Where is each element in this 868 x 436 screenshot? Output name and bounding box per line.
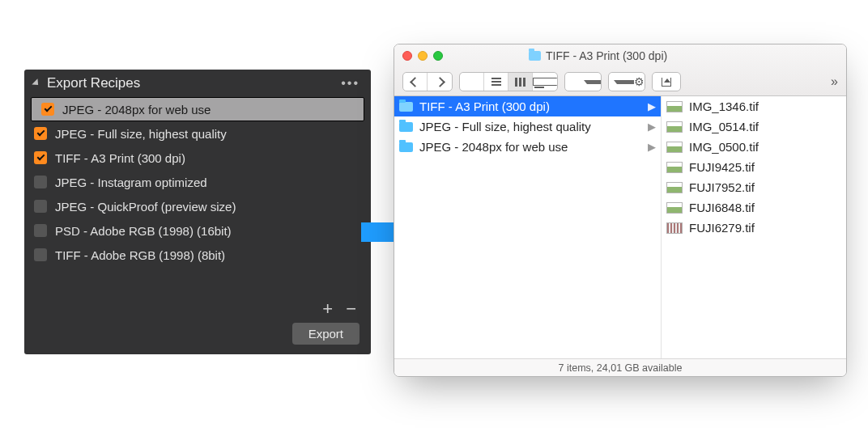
file-column: IMG_1346.tifIMG_0514.tifIMG_0500.tifFUJI…	[662, 96, 846, 358]
panel-header[interactable]: Export Recipes •••	[24, 70, 371, 97]
recipe-label: JPEG - 2048px for web use	[62, 103, 211, 116]
file-row[interactable]: IMG_0514.tif	[662, 116, 846, 137]
folder-name: JPEG - 2048px for web use	[419, 140, 568, 154]
recipe-label: JPEG - Instagram optimized	[55, 176, 207, 189]
title-folder-icon	[529, 51, 541, 61]
recipe-label: PSD - Adobe RGB (1998) (16bit)	[55, 224, 232, 238]
recipe-row[interactable]: JPEG - QuickProof (preview size)	[24, 194, 371, 218]
finder-window: TIFF - A3 Print (300 dpi) »	[394, 44, 847, 377]
maximize-window-icon[interactable]	[433, 51, 443, 61]
file-name: FUJI6279.tif	[689, 221, 755, 235]
folder-row[interactable]: JPEG - Full size, highest quality▶	[394, 116, 661, 137]
column-view-button[interactable]	[508, 73, 533, 91]
file-row[interactable]: IMG_1346.tif	[662, 96, 846, 116]
recipe-label: TIFF - A3 Print (300 dpi)	[55, 151, 185, 165]
view-mode-buttons	[459, 72, 558, 91]
recipe-label: JPEG - QuickProof (preview size)	[55, 200, 236, 214]
window-title: TIFF - A3 Print (300 dpi)	[546, 49, 667, 62]
export-button[interactable]: Export	[292, 323, 360, 345]
disclosure-arrow-icon: ▶	[648, 100, 656, 112]
toolbar-overflow-icon[interactable]: »	[831, 74, 838, 89]
recipe-list: JPEG - 2048px for web useJPEG - Full siz…	[24, 97, 371, 267]
recipe-checkbox[interactable]	[41, 103, 54, 116]
forward-button[interactable]	[428, 73, 452, 91]
recipe-checkbox[interactable]	[34, 248, 47, 261]
file-name: FUJI9425.tif	[689, 160, 755, 174]
close-window-icon[interactable]	[402, 51, 412, 61]
share-button[interactable]	[652, 72, 681, 91]
file-name: IMG_0514.tif	[689, 120, 759, 133]
icon-view-button[interactable]	[460, 73, 484, 91]
recipe-checkbox[interactable]	[34, 224, 47, 237]
recipe-row[interactable]: TIFF - Adobe RGB (1998) (8bit)	[24, 243, 371, 267]
folder-icon	[399, 102, 413, 112]
folder-column: TIFF - A3 Print (300 dpi)▶JPEG - Full si…	[394, 96, 662, 358]
file-thumbnail-icon	[666, 162, 683, 173]
recipe-checkbox[interactable]	[34, 176, 47, 188]
status-bar: 7 items, 24,01 GB available	[394, 358, 846, 376]
file-thumbnail-icon	[666, 142, 683, 153]
file-row[interactable]: FUJI6848.tif	[662, 197, 846, 218]
recipe-row[interactable]: JPEG - Instagram optimized	[24, 170, 371, 194]
folder-icon	[399, 142, 413, 152]
folder-icon	[399, 122, 413, 132]
file-name: IMG_0500.tif	[689, 140, 759, 154]
folder-row[interactable]: JPEG - 2048px for web use▶	[394, 137, 661, 157]
more-options-icon[interactable]: •••	[341, 76, 360, 91]
file-name: FUJI6848.tif	[689, 201, 755, 214]
recipe-checkbox[interactable]	[34, 127, 47, 140]
file-thumbnail-icon	[666, 222, 683, 234]
recipe-row[interactable]: JPEG - 2048px for web use	[31, 97, 364, 121]
file-thumbnail-icon	[666, 202, 683, 214]
add-recipe-button[interactable]: +	[322, 303, 333, 315]
gallery-view-button[interactable]	[533, 73, 557, 91]
file-thumbnail-icon	[666, 182, 683, 193]
file-name: FUJI7952.tif	[689, 180, 755, 194]
file-row[interactable]: IMG_0500.tif	[662, 137, 846, 157]
remove-recipe-button[interactable]: −	[346, 303, 356, 315]
recipe-label: JPEG - Full size, highest quality	[55, 127, 227, 141]
file-row[interactable]: FUJI6279.tif	[662, 218, 846, 238]
recipe-checkbox[interactable]	[34, 151, 47, 164]
recipe-label: TIFF - Adobe RGB (1998) (8bit)	[55, 248, 225, 262]
recipe-row[interactable]: TIFF - A3 Print (300 dpi)	[24, 146, 371, 170]
file-name: IMG_1346.tif	[689, 99, 759, 113]
recipe-checkbox[interactable]	[34, 200, 47, 213]
window-traffic-lights[interactable]	[402, 51, 443, 61]
disclosure-arrow-icon: ▶	[648, 121, 656, 133]
file-thumbnail-icon	[666, 121, 683, 133]
disclosure-arrow-icon: ▶	[648, 141, 656, 153]
export-recipes-panel: Export Recipes ••• JPEG - 2048px for web…	[24, 70, 371, 354]
list-view-button[interactable]	[484, 73, 508, 91]
group-by-button[interactable]	[564, 72, 602, 91]
back-button[interactable]	[403, 73, 428, 91]
folder-row[interactable]: TIFF - A3 Print (300 dpi)▶	[394, 96, 661, 116]
panel-title: Export Recipes	[47, 75, 341, 91]
file-thumbnail-icon	[666, 101, 683, 112]
disclosure-chevron-icon[interactable]	[32, 78, 40, 87]
recipe-row[interactable]: PSD - Adobe RGB (1998) (16bit)	[24, 218, 371, 243]
nav-buttons	[402, 72, 453, 91]
minimize-window-icon[interactable]	[418, 51, 428, 61]
recipe-row[interactable]: JPEG - Full size, highest quality	[24, 121, 371, 146]
file-row[interactable]: FUJI9425.tif	[662, 157, 846, 177]
folder-name: TIFF - A3 Print (300 dpi)	[419, 99, 550, 113]
action-menu-button[interactable]	[608, 72, 645, 91]
folder-name: JPEG - Full size, highest quality	[419, 120, 591, 133]
file-row[interactable]: FUJI7952.tif	[662, 177, 846, 197]
